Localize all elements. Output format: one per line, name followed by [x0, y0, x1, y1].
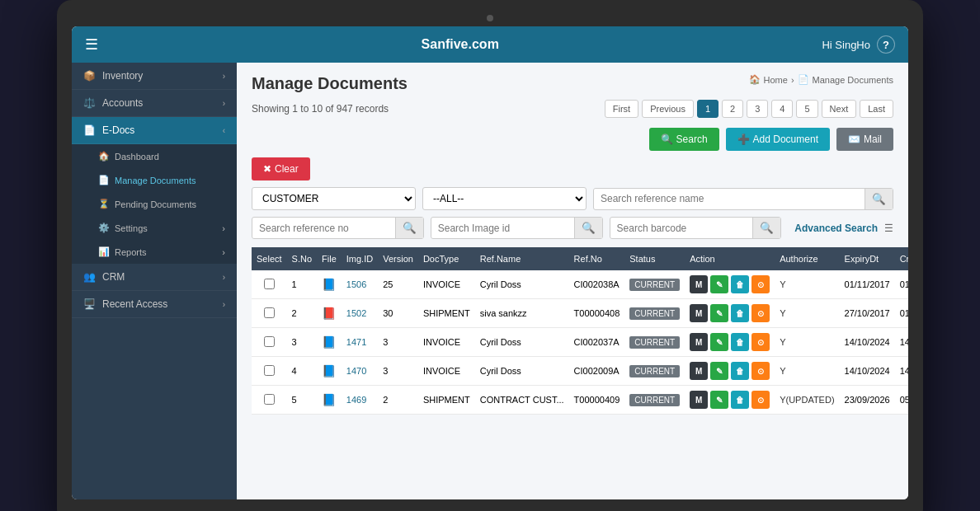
row-status: CURRENT — [624, 357, 685, 386]
col-select: Select — [252, 247, 287, 270]
img-id-search-button[interactable]: 🔍 — [574, 218, 602, 238]
sidebar-label-edocs: E-Docs — [102, 124, 134, 136]
action-btn-edit[interactable]: ✎ — [710, 391, 728, 409]
ref-no-search-button[interactable]: 🔍 — [395, 218, 423, 238]
imgid-link[interactable]: 1470 — [346, 366, 366, 376]
sidebar-sub-pending-documents[interactable]: ⏳ Pending Documents — [72, 192, 237, 216]
page-3-button[interactable]: 3 — [747, 100, 768, 118]
row-checkbox[interactable] — [264, 394, 275, 405]
action-btn-info[interactable]: 🗑 — [731, 275, 749, 293]
clear-button[interactable]: ✖ Clear — [252, 157, 310, 180]
row-sno: 5 — [287, 386, 317, 415]
action-btn-extra[interactable]: ⊙ — [751, 391, 770, 409]
row-action: M ✎ 🗑 ⊙ — [685, 357, 775, 386]
breadcrumb: 🏠 Home › 📄 Manage Documents — [749, 74, 893, 85]
barcode-input[interactable] — [610, 218, 753, 238]
sidebar-sub-manage-documents[interactable]: 📄 Manage Documents — [72, 168, 237, 192]
action-btn-info[interactable]: 🗑 — [731, 362, 749, 380]
sidebar-item-crm[interactable]: 👥 CRM › — [72, 264, 237, 291]
action-btn-m[interactable]: M — [690, 304, 708, 322]
row-action: M ✎ 🗑 ⊙ — [685, 386, 775, 415]
page-4-button[interactable]: 4 — [771, 100, 793, 118]
imgid-link[interactable]: 1469 — [346, 395, 366, 405]
hamburger-menu[interactable]: ☰ — [85, 35, 98, 54]
next-page-button[interactable]: Next — [822, 100, 857, 118]
imgid-link[interactable]: 1506 — [346, 279, 366, 289]
ref-no-input[interactable] — [252, 218, 395, 238]
sidebar-item-edocs[interactable]: 📄 E-Docs ‹ — [72, 117, 237, 144]
sidebar-sub-reports[interactable]: 📊 Reports › — [72, 240, 237, 264]
row-checkbox[interactable] — [264, 279, 275, 289]
action-btn-edit[interactable]: ✎ — [710, 333, 728, 351]
last-page-button[interactable]: Last — [860, 100, 893, 118]
action-btn-edit[interactable]: ✎ — [710, 304, 728, 322]
action-btn-info[interactable]: 🗑 — [731, 304, 749, 322]
row-sno: 4 — [287, 357, 317, 386]
page-2-button[interactable]: 2 — [722, 100, 743, 118]
action-btn-m[interactable]: M — [690, 391, 708, 409]
action-btn-m[interactable]: M — [690, 275, 708, 293]
row-status: CURRENT — [624, 270, 685, 299]
row-refno: CI002038A — [569, 270, 625, 299]
row-checkbox[interactable] — [264, 365, 275, 376]
row-checkbox[interactable] — [264, 336, 275, 347]
sidebar-item-accounts[interactable]: ⚖️ Accounts › — [72, 90, 237, 117]
advanced-search-link[interactable]: Advanced Search — [794, 223, 878, 234]
action-btn-extra[interactable]: ⊙ — [751, 362, 770, 380]
page-1-button[interactable]: 1 — [697, 100, 719, 118]
row-file-icon: 📘 — [317, 270, 342, 299]
first-page-button[interactable]: First — [605, 100, 638, 118]
doc-icon: 📘 — [322, 364, 336, 377]
ref-name-input[interactable] — [594, 189, 865, 209]
action-btn-info[interactable]: 🗑 — [731, 333, 749, 351]
sidebar-sub-dashboard[interactable]: 🏠 Dashboard — [72, 144, 237, 168]
sidebar-label-crm: CRM — [102, 271, 125, 283]
row-expiry: 23/09/2026 — [840, 386, 895, 415]
row-action: M ✎ 🗑 ⊙ — [685, 270, 775, 299]
action-btn-info[interactable]: 🗑 — [731, 391, 749, 409]
action-btn-edit[interactable]: ✎ — [710, 362, 728, 380]
row-refno: CI002009A — [569, 357, 625, 386]
mail-button[interactable]: ✉️ Mail — [836, 128, 893, 151]
row-file-icon: 📘 — [317, 386, 342, 415]
row-status: CURRENT — [624, 386, 685, 415]
page-title: Manage Documents — [252, 74, 408, 93]
ref-name-search-button[interactable]: 🔍 — [865, 189, 893, 209]
barcode-search-button[interactable]: 🔍 — [752, 218, 780, 238]
imgid-link[interactable]: 1502 — [346, 308, 366, 318]
row-doctype: INVOICE — [418, 270, 475, 299]
status-badge: CURRENT — [629, 307, 680, 320]
add-icon: ➕ — [737, 134, 750, 145]
all-select[interactable]: --ALL-- — [422, 187, 587, 210]
help-button[interactable]: ? — [877, 35, 895, 54]
action-btn-extra[interactable]: ⊙ — [751, 304, 770, 322]
settings-chevron-icon: › — [222, 223, 225, 233]
doc-icon: 📘 — [322, 393, 336, 406]
imgid-link[interactable]: 1471 — [346, 337, 366, 347]
col-version: Version — [378, 247, 418, 270]
action-btn-edit[interactable]: ✎ — [710, 275, 728, 293]
action-btn-m[interactable]: M — [690, 362, 708, 380]
sidebar-item-inventory[interactable]: 📦 Inventory › — [72, 63, 237, 90]
sidebar-sub-label-manage-docs: Manage Documents — [115, 176, 196, 185]
row-checkbox-cell — [252, 357, 287, 386]
action-btn-extra[interactable]: ⊙ — [751, 275, 770, 293]
row-checkbox[interactable] — [264, 307, 275, 318]
sidebar-sub-settings[interactable]: ⚙️ Settings › — [72, 216, 237, 240]
row-status: CURRENT — [624, 299, 685, 328]
img-id-input[interactable] — [431, 218, 574, 238]
previous-page-button[interactable]: Previous — [642, 100, 694, 118]
page-5-button[interactable]: 5 — [796, 100, 817, 118]
row-created: 01/11/2017 — [895, 270, 908, 299]
customer-select[interactable]: CUSTOMER — [252, 187, 416, 210]
search-button[interactable]: 🔍 Search — [649, 128, 719, 151]
row-created: 14/10/2017 — [895, 357, 908, 386]
add-document-button[interactable]: ➕ Add Document — [726, 128, 830, 151]
table-row: 4 📘 1470 3 INVOICE Cyril Doss CI002009A … — [252, 357, 908, 386]
edocs-icon: 📄 — [83, 124, 96, 136]
sidebar-item-recent-access[interactable]: 🖥️ Recent Access › — [72, 291, 237, 318]
action-btn-m[interactable]: M — [690, 333, 708, 351]
col-refno: Ref.No — [569, 247, 625, 270]
row-imgid: 1470 — [342, 357, 378, 386]
action-btn-extra[interactable]: ⊙ — [751, 333, 770, 351]
